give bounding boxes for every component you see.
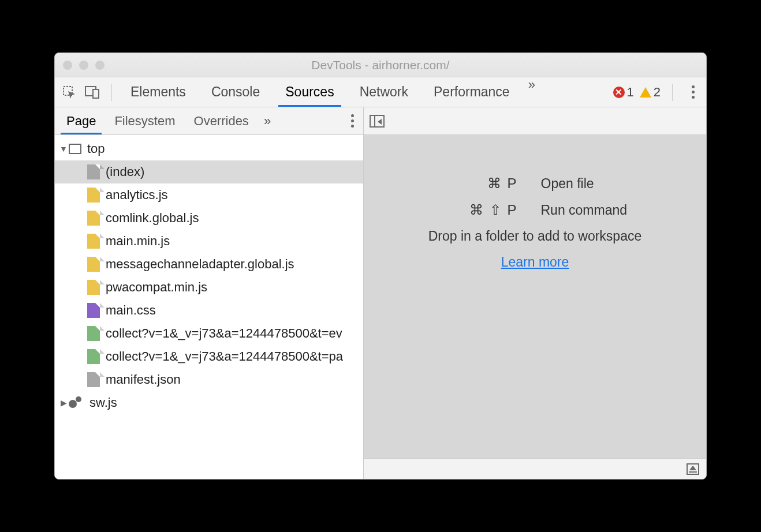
tree-file[interactable]: pwacompat.min.js bbox=[55, 276, 363, 299]
tree-label: pwacompat.min.js bbox=[106, 280, 207, 295]
titlebar: DevTools - airhorner.com/ bbox=[55, 53, 706, 77]
js-file-icon bbox=[87, 211, 100, 226]
network-file-icon bbox=[87, 326, 100, 341]
error-icon: ✕ bbox=[613, 87, 625, 98]
tree-worker[interactable]: ▶ sw.js bbox=[55, 391, 363, 414]
tree-label: comlink.global.js bbox=[106, 211, 199, 226]
learn-more-link[interactable]: Learn more bbox=[501, 254, 569, 270]
tree-file[interactable]: collect?v=1&_v=j73&a=1244478500&t=ev bbox=[55, 322, 363, 345]
subtab-overrides[interactable]: Overrides bbox=[185, 107, 258, 134]
error-count-badge[interactable]: ✕ 1 bbox=[613, 85, 634, 100]
toggle-navigator-icon[interactable] bbox=[370, 115, 385, 128]
shortcut-keys: ⌘ P bbox=[391, 175, 518, 192]
js-file-icon bbox=[87, 188, 100, 203]
tree-file[interactable]: comlink.global.js bbox=[55, 207, 363, 230]
tab-elements[interactable]: Elements bbox=[118, 77, 199, 107]
document-icon bbox=[87, 164, 100, 179]
js-file-icon bbox=[87, 280, 100, 295]
js-file-icon bbox=[87, 234, 100, 249]
editor-placeholder: ⌘ P Open file ⌘ ⇧ P Run command Drop in … bbox=[364, 135, 706, 458]
separator bbox=[672, 84, 673, 101]
tabs-overflow-icon[interactable]: » bbox=[523, 77, 539, 107]
editor-tabbar bbox=[364, 107, 706, 135]
inspect-element-icon[interactable] bbox=[59, 83, 79, 102]
js-file-icon bbox=[87, 257, 100, 272]
tree-label: analytics.js bbox=[106, 188, 168, 203]
subtab-page[interactable]: Page bbox=[57, 107, 105, 134]
tree-file[interactable]: manifest.json bbox=[55, 368, 363, 391]
tree-label: manifest.json bbox=[106, 372, 181, 387]
tab-console[interactable]: Console bbox=[199, 77, 273, 107]
device-toolbar-icon[interactable] bbox=[83, 83, 102, 102]
tree-file[interactable]: (index) bbox=[55, 160, 363, 183]
navigator-tabs: Page Filesystem Overrides » bbox=[55, 107, 363, 135]
tree-label: top bbox=[87, 141, 105, 156]
tree-label: main.css bbox=[106, 303, 156, 318]
subtab-filesystem[interactable]: Filesystem bbox=[105, 107, 184, 134]
tree-file[interactable]: analytics.js bbox=[55, 183, 363, 207]
svg-rect-2 bbox=[93, 89, 99, 98]
tree-file[interactable]: collect?v=1&_v=j73&a=1244478500&t=pa bbox=[55, 345, 363, 368]
tree-frame-top[interactable]: ▼ top bbox=[55, 137, 363, 160]
tab-sources[interactable]: Sources bbox=[273, 77, 346, 107]
devtools-window: DevTools - airhorner.com/ Elements Conso… bbox=[54, 53, 707, 479]
error-count: 1 bbox=[627, 85, 634, 100]
tab-network[interactable]: Network bbox=[347, 77, 421, 107]
service-worker-icon bbox=[69, 395, 84, 410]
tree-label: sw.js bbox=[89, 395, 117, 410]
shortcut-row: ⌘ ⇧ P Run command bbox=[391, 202, 680, 218]
shortcut-desc: Run command bbox=[541, 203, 680, 218]
close-window-button[interactable] bbox=[63, 61, 72, 70]
zoom-window-button[interactable] bbox=[95, 61, 105, 70]
tree-label: main.min.js bbox=[106, 234, 170, 249]
tree-label: messagechanneladapter.global.js bbox=[106, 257, 294, 272]
window-controls bbox=[63, 61, 105, 70]
shortcut-keys: ⌘ ⇧ P bbox=[391, 202, 518, 218]
editor-pane: ⌘ P Open file ⌘ ⇧ P Run command Drop in … bbox=[364, 107, 706, 479]
document-icon bbox=[87, 372, 100, 387]
shortcut-desc: Open file bbox=[541, 176, 680, 192]
main-toolbar: Elements Console Sources Network Perform… bbox=[55, 77, 706, 107]
warning-icon bbox=[640, 87, 651, 98]
css-file-icon bbox=[87, 303, 100, 318]
frame-icon bbox=[69, 144, 81, 154]
minimize-window-button[interactable] bbox=[79, 61, 88, 70]
file-tree: ▼ top (index) analytics.js comlink.globa… bbox=[55, 135, 363, 479]
warning-count: 2 bbox=[654, 85, 661, 100]
tab-performance[interactable]: Performance bbox=[421, 77, 523, 107]
expand-arrow-icon[interactable]: ▶ bbox=[58, 398, 69, 407]
window-title: DevTools - airhorner.com/ bbox=[55, 58, 706, 72]
navigator-pane: Page Filesystem Overrides » ▼ top (index… bbox=[55, 107, 364, 479]
tree-file[interactable]: main.css bbox=[55, 299, 363, 322]
toggle-drawer-icon[interactable] bbox=[687, 463, 699, 475]
separator bbox=[111, 84, 112, 101]
navigator-menu-icon[interactable] bbox=[344, 111, 361, 131]
drop-hint: Drop in a folder to add to workspace bbox=[428, 228, 641, 244]
editor-footer bbox=[364, 458, 706, 479]
warning-count-badge[interactable]: 2 bbox=[640, 85, 661, 100]
subtabs-overflow-icon[interactable]: » bbox=[258, 114, 274, 129]
settings-menu-icon[interactable] bbox=[684, 82, 702, 102]
tree-label: collect?v=1&_v=j73&a=1244478500&t=ev bbox=[106, 326, 342, 341]
expand-arrow-icon[interactable]: ▼ bbox=[58, 144, 69, 153]
network-file-icon bbox=[87, 349, 100, 364]
shortcut-row: ⌘ P Open file bbox=[391, 175, 680, 192]
tree-label: collect?v=1&_v=j73&a=1244478500&t=pa bbox=[106, 349, 343, 364]
tree-label: (index) bbox=[106, 164, 144, 179]
main-tabs: Elements Console Sources Network Perform… bbox=[118, 77, 539, 107]
tree-file[interactable]: messagechanneladapter.global.js bbox=[55, 253, 363, 276]
panel-body: Page Filesystem Overrides » ▼ top (index… bbox=[55, 107, 706, 479]
tree-file[interactable]: main.min.js bbox=[55, 230, 363, 253]
